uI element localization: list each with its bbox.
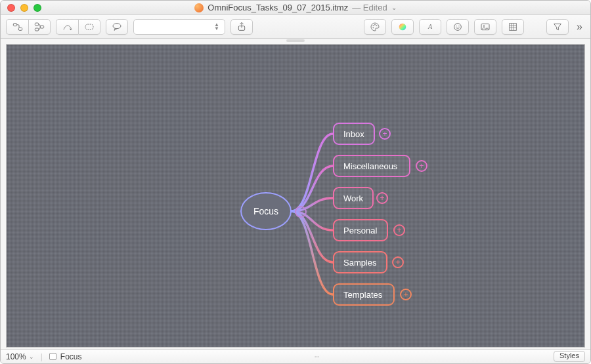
- svg-rect-2: [35, 23, 38, 26]
- zoom-control[interactable]: 100% ⌄: [6, 352, 34, 361]
- boundary-icon: [84, 22, 95, 32]
- breadcrumb-root-label: Focus: [60, 352, 82, 361]
- image-icon: [480, 22, 491, 32]
- styles-panel-button[interactable]: Styles: [554, 351, 585, 362]
- titlebar: OmniFocus_Tasks_09_07_2015.itmz — Edited…: [1, 1, 590, 15]
- window-controls: [1, 4, 41, 12]
- svg-point-11: [376, 25, 378, 26]
- branch-topic[interactable]: Templates: [333, 283, 395, 306]
- add-child-topic-button[interactable]: [6, 19, 28, 35]
- svg-point-15: [454, 23, 462, 30]
- central-topic[interactable]: Focus: [240, 192, 292, 230]
- svg-point-19: [483, 25, 485, 26]
- topic-buttons-group: [6, 19, 51, 35]
- branch-topic[interactable]: Inbox: [333, 123, 375, 145]
- svg-point-10: [374, 24, 376, 25]
- svg-rect-3: [35, 28, 38, 31]
- style-popup[interactable]: ▲▼: [133, 19, 225, 35]
- central-topic-label: Focus: [253, 206, 278, 216]
- color-button[interactable]: [391, 19, 414, 35]
- title-menu-chevron-icon: ⌄: [391, 4, 397, 11]
- branch-topic[interactable]: Personal: [333, 219, 388, 241]
- updown-chevron-icon: ▲▼: [214, 23, 219, 31]
- emoji-button[interactable]: [447, 19, 469, 35]
- toolbar: ▲▼ A »: [1, 15, 590, 39]
- svg-rect-4: [40, 26, 43, 28]
- mindmap: Focus−Inbox+Miscellaneous+Work+Personal+…: [7, 45, 584, 347]
- font-icon: A: [425, 22, 435, 32]
- svg-point-7: [113, 23, 121, 28]
- branch-link: [292, 211, 333, 294]
- add-callout-button[interactable]: [106, 19, 128, 35]
- svg-rect-1: [18, 28, 22, 30]
- branch-topic-label: Inbox: [343, 129, 364, 139]
- split-handle[interactable]: [286, 39, 305, 42]
- canvas-area: Focus−Inbox+Miscellaneous+Work+Personal+…: [1, 39, 590, 349]
- svg-point-17: [458, 26, 459, 26]
- svg-rect-0: [13, 23, 16, 26]
- document-filename: OmniFocus_Tasks_09_07_2015.itmz: [208, 3, 348, 12]
- mindmap-links: [7, 45, 584, 347]
- callout-icon: [112, 22, 122, 32]
- svg-point-13: [399, 23, 406, 30]
- window-title: OmniFocus_Tasks_09_07_2015.itmz — Edited…: [1, 3, 590, 12]
- breadcrumb-root-icon: [49, 353, 56, 360]
- share-button[interactable]: [230, 19, 253, 35]
- toolbar-overflow-button[interactable]: »: [574, 21, 585, 33]
- branch-topic-label: Samples: [343, 258, 377, 268]
- svg-point-12: [373, 27, 374, 28]
- sibling-topic-icon: [34, 22, 45, 32]
- font-button[interactable]: A: [419, 19, 441, 35]
- document-icon: [194, 3, 204, 12]
- expand-toggle[interactable]: +: [392, 256, 404, 268]
- branch-topic-label: Miscellaneous: [343, 161, 397, 171]
- branch-topic[interactable]: Work: [333, 187, 374, 209]
- document-edited-indicator: — Edited: [352, 3, 387, 12]
- branch-topic-label: Work: [343, 193, 363, 203]
- branch-topic[interactable]: Miscellaneous: [333, 155, 410, 177]
- collapse-toggle[interactable]: −: [295, 206, 307, 218]
- smiley-icon: [452, 22, 463, 32]
- filter-icon: [552, 22, 563, 32]
- image-button[interactable]: [474, 19, 496, 35]
- add-boundary-button[interactable]: [78, 19, 100, 35]
- filter-button[interactable]: [546, 19, 569, 35]
- zoom-value: 100%: [6, 352, 26, 361]
- expand-toggle[interactable]: +: [376, 192, 388, 204]
- minimize-window-button[interactable]: [20, 4, 28, 12]
- close-window-button[interactable]: [7, 4, 15, 12]
- expand-toggle[interactable]: +: [400, 289, 412, 300]
- color-wheel-icon: [397, 22, 408, 32]
- zoom-window-button[interactable]: [33, 4, 41, 12]
- expand-toggle[interactable]: +: [416, 160, 427, 172]
- table-button[interactable]: [502, 19, 524, 35]
- branch-topic-label: Templates: [343, 290, 382, 300]
- expand-toggle[interactable]: +: [393, 224, 405, 236]
- app-window: OmniFocus_Tasks_09_07_2015.itmz — Edited…: [0, 0, 591, 364]
- expand-toggle[interactable]: +: [379, 128, 391, 140]
- svg-point-9: [373, 25, 374, 26]
- grid-icon: [508, 22, 518, 32]
- relationship-buttons-group: [56, 19, 100, 35]
- palette-button[interactable]: [364, 19, 386, 35]
- palette-icon: [370, 22, 380, 32]
- branch-topic-label: Personal: [343, 226, 377, 235]
- svg-point-16: [456, 26, 456, 26]
- add-sibling-topic-button[interactable]: [28, 19, 51, 35]
- svg-rect-6: [85, 24, 93, 30]
- mindmap-canvas[interactable]: Focus−Inbox+Miscellaneous+Work+Personal+…: [6, 44, 585, 348]
- relationship-icon: [62, 22, 73, 32]
- svg-rect-20: [510, 23, 517, 30]
- chevron-down-icon: ⌄: [29, 354, 34, 360]
- add-relationship-button[interactable]: [56, 19, 78, 35]
- share-icon: [236, 22, 247, 32]
- status-bar: 100% ⌄ | Focus ┄ Styles: [1, 349, 590, 363]
- child-topic-icon: [12, 22, 23, 32]
- svg-text:A: A: [427, 23, 433, 30]
- breadcrumb[interactable]: Focus: [49, 352, 82, 361]
- branch-topic[interactable]: Samples: [333, 251, 387, 273]
- status-resize-grip[interactable]: ┄: [89, 352, 548, 361]
